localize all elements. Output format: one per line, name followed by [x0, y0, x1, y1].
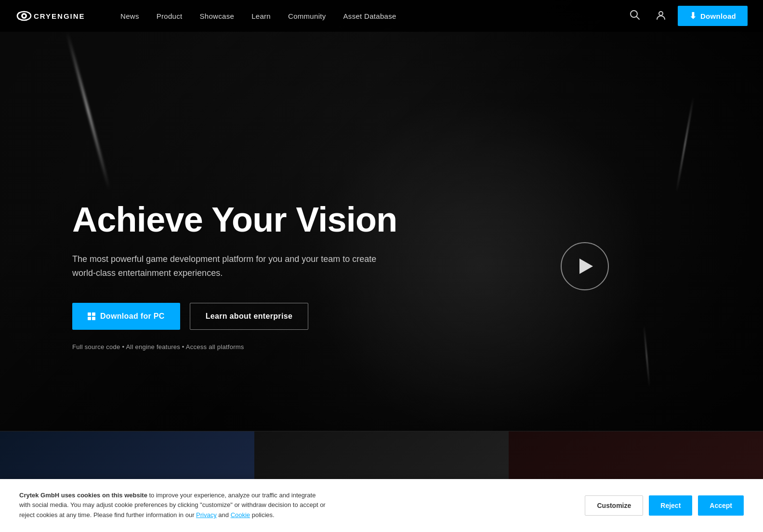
- windows-icon: [88, 312, 95, 320]
- svg-point-6: [659, 12, 663, 15]
- cryengine-logo: CRYENGINE: [15, 6, 92, 26]
- cookie-text-policies: policies.: [250, 511, 275, 519]
- enterprise-button[interactable]: Learn about enterprise: [190, 303, 308, 330]
- navigation: CRYENGINE News Product Showcase Learn Co…: [0, 0, 763, 32]
- nav-link-community[interactable]: Community: [279, 0, 335, 32]
- download-pc-button[interactable]: Download for PC: [72, 303, 180, 330]
- enterprise-label: Learn about enterprise: [206, 312, 292, 320]
- nav-link-asset-database[interactable]: Asset Database: [335, 0, 405, 32]
- hero-content: Achieve Your Vision The most powerful ga…: [0, 201, 397, 351]
- download-pc-label: Download for PC: [100, 312, 165, 321]
- reject-button[interactable]: Reject: [649, 495, 692, 516]
- cookie-text-bold: Crytek GmbH uses cookies on this website: [19, 492, 147, 499]
- accept-button[interactable]: Accept: [698, 495, 744, 516]
- logo[interactable]: CRYENGINE: [15, 6, 92, 26]
- cookie-text: Crytek GmbH uses cookies on this website…: [19, 491, 328, 520]
- hero-buttons: Download for PC Learn about enterprise: [72, 303, 397, 330]
- user-icon[interactable]: [652, 6, 670, 26]
- nav-link-learn[interactable]: Learn: [243, 0, 279, 32]
- svg-line-5: [636, 16, 639, 19]
- download-icon: ⬇: [689, 12, 697, 20]
- cookie-text-and: and: [217, 511, 231, 519]
- svg-point-2: [23, 15, 26, 17]
- cookie-buttons: Customize Reject Accept: [585, 495, 744, 516]
- svg-text:CRYENGINE: CRYENGINE: [34, 12, 85, 20]
- play-icon: [579, 259, 593, 274]
- hero-subtitle: The most powerful game development platf…: [72, 252, 381, 280]
- hero-section: Achieve Your Vision The most powerful ga…: [0, 0, 763, 532]
- cookie-link[interactable]: Cookie: [231, 511, 250, 519]
- play-button[interactable]: [561, 242, 609, 290]
- search-icon[interactable]: [626, 6, 644, 26]
- nav-link-showcase[interactable]: Showcase: [191, 0, 243, 32]
- cookie-banner: Crytek GmbH uses cookies on this website…: [0, 479, 763, 532]
- nav-download-label: Download: [700, 12, 736, 20]
- nav-links: News Product Showcase Learn Community As…: [112, 0, 405, 32]
- customize-button[interactable]: Customize: [585, 495, 643, 516]
- nav-right: ⬇ Download: [626, 6, 748, 26]
- nav-link-product[interactable]: Product: [148, 0, 191, 32]
- privacy-link[interactable]: Privacy: [196, 511, 217, 519]
- hero-title: Achieve Your Vision: [72, 201, 397, 239]
- nav-link-news[interactable]: News: [112, 0, 148, 32]
- hero-features-text: Full source code • All engine features •…: [72, 343, 397, 350]
- nav-download-button[interactable]: ⬇ Download: [678, 6, 748, 26]
- nav-left: CRYENGINE News Product Showcase Learn Co…: [15, 0, 405, 32]
